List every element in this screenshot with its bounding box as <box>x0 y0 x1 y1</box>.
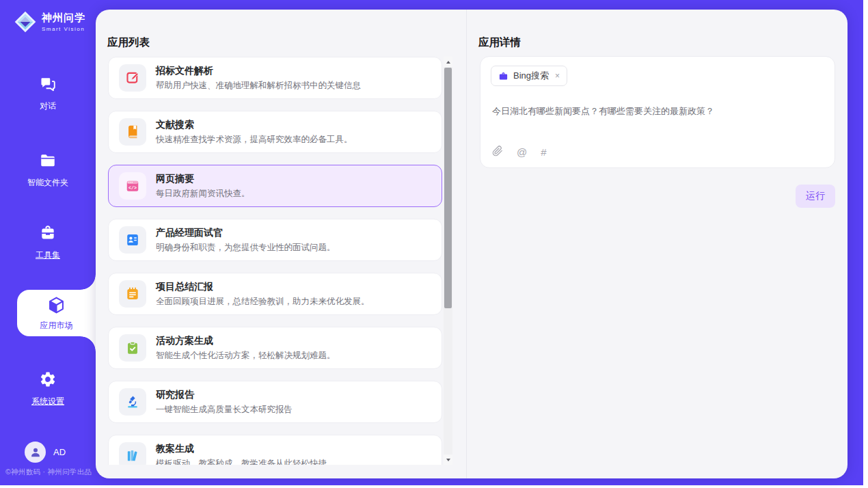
app-name: 神州问学 <box>42 12 85 25</box>
tool-tag-label: Bing搜索 <box>513 70 549 82</box>
app-card-title: 网页摘要 <box>156 173 250 185</box>
logo-diamond-icon <box>14 10 37 33</box>
app-card-description: 一键智能生成高质量长文本研究报告 <box>156 404 293 416</box>
prompt-composer[interactable]: Bing搜索 × 今日湖北有哪些新闻要点？有哪些需要关注的最新政策？ @# <box>480 56 835 168</box>
tool-tag-close-icon[interactable]: × <box>555 71 560 81</box>
sidebar-item-label: 智能文件夹 <box>27 177 68 189</box>
doc-edit-icon <box>119 64 146 92</box>
clipboard-check-icon <box>119 334 146 362</box>
tool-tag-bing-search[interactable]: Bing搜索 × <box>491 66 567 86</box>
scroll-up-icon <box>446 61 450 64</box>
app-card-文献搜索[interactable]: 文献搜索快速精准查找学术资源，提高研究效率的必备工具。 <box>108 111 442 153</box>
app-detail-title: 应用详情 <box>478 36 521 50</box>
bubble-curve-top <box>81 275 96 290</box>
sidebar-item-label: 对话 <box>40 100 56 112</box>
app-window: 神州问学 Smart Vision 对话智能文件夹工具集应用市场系统设置 AD … <box>0 0 863 485</box>
app-card-description: 智能生成个性化活动方案，轻松解决规划难题。 <box>156 350 336 362</box>
app-card-list: 招标文件解析帮助用户快速、准确地理解和解析招标书中的关键信息文献搜索快速精准查找… <box>108 57 442 465</box>
svg-text:</>: </> <box>128 186 137 191</box>
app-card-description: 全面回顾项目进展，总结经验教训，助力未来优化发展。 <box>156 296 370 308</box>
scroll-down-button[interactable] <box>444 455 452 465</box>
sidebar-item-智能文件夹[interactable]: 智能文件夹 <box>0 152 96 189</box>
app-card-招标文件解析[interactable]: 招标文件解析帮助用户快速、准确地理解和解析招标书中的关键信息 <box>108 57 442 99</box>
person-icon <box>29 446 42 459</box>
card-texts: 活动方案生成智能生成个性化活动方案，轻松解决规划难题。 <box>156 335 336 362</box>
sidebar-item-对话[interactable]: 对话 <box>0 75 96 112</box>
app-card-活动方案生成[interactable]: 活动方案生成智能生成个性化活动方案，轻松解决规划难题。 <box>108 327 442 369</box>
app-card-教案生成[interactable]: 教案生成模板驱动，教案秒成，教学准备从此轻松快捷 <box>108 435 442 465</box>
books-icon <box>119 442 146 465</box>
app-card-title: 教案生成 <box>156 443 327 455</box>
user-initials: AD <box>53 447 66 457</box>
at-icon[interactable]: @ <box>517 146 527 158</box>
scroll-up-button[interactable] <box>444 57 452 67</box>
card-texts: 研究报告一键智能生成高质量长文本研究报告 <box>156 389 293 416</box>
scrollbar-thumb[interactable] <box>444 68 452 308</box>
app-card-title: 招标文件解析 <box>156 65 361 77</box>
app-tagline: Smart Vision <box>42 26 85 32</box>
app-card-description: 模板驱动，教案秒成，教学准备从此轻松快捷 <box>156 458 327 465</box>
gear-icon <box>39 370 57 391</box>
app-card-title: 研究报告 <box>156 389 293 401</box>
card-texts: 产品经理面试官明确身份和职责，为您提供专业性的面试问题。 <box>156 227 336 254</box>
folder-icon <box>39 152 57 172</box>
app-card-研究报告[interactable]: 研究报告一键智能生成高质量长文本研究报告 <box>108 381 442 423</box>
cube-icon <box>46 295 66 318</box>
app-card-title: 文献搜索 <box>156 119 353 131</box>
scrollbar[interactable] <box>444 57 452 465</box>
paperclip-icon[interactable] <box>492 146 503 159</box>
app-card-title: 项目总结汇报 <box>156 281 370 293</box>
book-icon <box>119 118 146 146</box>
app-card-description: 帮助用户快速、准确地理解和解析招标书中的关键信息 <box>156 80 361 92</box>
card-texts: 招标文件解析帮助用户快速、准确地理解和解析招标书中的关键信息 <box>156 65 361 92</box>
main-content: 应用列表 招标文件解析帮助用户快速、准确地理解和解析招标书中的关键信息文献搜索快… <box>96 10 847 478</box>
copyright-text: ©神州数码 · 神州问学出品 <box>5 467 92 477</box>
sidebar: 神州问学 Smart Vision 对话智能文件夹工具集应用市场系统设置 AD … <box>0 0 96 485</box>
app-card-description: 快速精准查找学术资源，提高研究效率的必备工具。 <box>156 134 353 146</box>
chat-icon <box>39 75 57 96</box>
app-list-panel: 应用列表 招标文件解析帮助用户快速、准确地理解和解析招标书中的关键信息文献搜索快… <box>96 10 467 478</box>
briefcase-icon <box>498 71 508 81</box>
user-row[interactable]: AD <box>25 442 66 463</box>
sidebar-item-label: 应用市场 <box>40 320 73 331</box>
bubble-curve-bottom <box>81 336 96 351</box>
app-card-description: 明确身份和职责，为您提供专业性的面试问题。 <box>156 242 336 254</box>
app-detail-panel: 应用详情 Bing搜索 × 今日湖北有哪些新闻要点？有哪些需要关注的最新政策？ … <box>467 10 847 478</box>
app-card-网页摘要[interactable]: </>网页摘要每日政府新闻资讯快查。 <box>108 165 442 207</box>
prompt-text[interactable]: 今日湖北有哪些新闻要点？有哪些需要关注的最新政策？ <box>492 105 824 118</box>
scroll-down-icon <box>446 459 450 461</box>
note-icon <box>119 280 146 308</box>
composer-toolbar: @# <box>492 146 547 159</box>
app-logo: 神州问学 Smart Vision <box>14 10 85 33</box>
card-texts: 文献搜索快速精准查找学术资源，提高研究效率的必备工具。 <box>156 119 353 146</box>
browser-code-icon: </> <box>119 172 146 200</box>
run-button[interactable]: 运行 <box>796 185 835 208</box>
toolbox-icon <box>39 224 57 245</box>
app-card-title: 产品经理面试官 <box>156 227 336 239</box>
sidebar-item-label: 工具集 <box>36 249 60 261</box>
resume-icon <box>119 226 146 254</box>
app-card-description: 每日政府新闻资讯快查。 <box>156 188 250 200</box>
app-list-title: 应用列表 <box>107 36 150 50</box>
sidebar-item-工具集[interactable]: 工具集 <box>0 224 96 261</box>
card-texts: 项目总结汇报全面回顾项目进展，总结经验教训，助力未来优化发展。 <box>156 281 370 308</box>
sidebar-item-应用市场[interactable]: 应用市场 <box>17 290 96 336</box>
avatar[interactable] <box>25 442 46 463</box>
sidebar-item-label: 系统设置 <box>31 396 64 407</box>
sidebar-item-系统设置[interactable]: 系统设置 <box>0 370 96 407</box>
card-texts: 教案生成模板驱动，教案秒成，教学准备从此轻松快捷 <box>156 443 327 465</box>
app-card-产品经理面试官[interactable]: 产品经理面试官明确身份和职责，为您提供专业性的面试问题。 <box>108 219 442 261</box>
app-card-项目总结汇报[interactable]: 项目总结汇报全面回顾项目进展，总结经验教训，助力未来优化发展。 <box>108 273 442 315</box>
hash-icon[interactable]: # <box>541 146 546 158</box>
app-card-title: 活动方案生成 <box>156 335 336 347</box>
microscope-icon <box>119 388 146 416</box>
card-texts: 网页摘要每日政府新闻资讯快查。 <box>156 173 250 200</box>
